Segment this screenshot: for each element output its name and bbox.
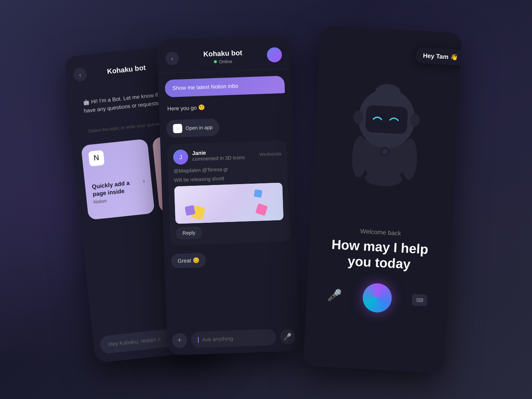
keyboard-icon[interactable]: ⌨ [412,294,427,306]
left-card-title: Kohaku bot [86,62,167,78]
robot-area: Hey Tam 👋 [311,26,462,224]
notif-header: J Janie commented in 3D Icons Wednesda [173,146,281,165]
user-bubble: Show me latest Notion inbo [165,76,285,97]
notif-time: Wednesda [259,151,281,157]
input-cursor [198,337,199,342]
notif-image-inner [174,183,283,224]
notion-icon-small: N [173,124,182,133]
left-back-button[interactable]: ‹ [73,67,87,82]
middle-back-button[interactable]: ‹ [165,52,179,65]
notif-avatar: J [173,150,188,165]
online-dot [214,60,217,63]
middle-header-center: Kohaku bot Online [179,48,267,65]
bot-bubble: Here you go 🤨 [165,98,286,115]
middle-card: ‹ Kohaku bot Online Show me latest Notio… [157,35,300,356]
robot-svg [337,56,435,194]
middle-mic-button[interactable]: 🎤 [280,329,295,344]
hey-tam-bubble: Hey Tam 👋 [416,47,462,66]
notification-card: J Janie commented in 3D Icons Wednesda @… [167,140,290,246]
notif-image [174,183,283,224]
mic-icon-large[interactable]: 🎤 [327,288,342,303]
reply-button[interactable]: Reply [176,226,202,239]
welcome-section: Welcome back How may I helpyou today 🎤 ⌨ [305,217,452,328]
orb[interactable] [362,283,392,313]
cards-container: ‹ Kohaku bot 🤖 Hi! I'm a Bot. Let me kno… [79,29,453,370]
notif-body: Will be releasing shortl [174,174,282,183]
middle-chat-area: Show me latest Notion inbo Here you go 🤨… [158,69,298,276]
right-card: Hey Tam 👋 Welcome back How may I helpyou… [303,26,462,374]
svg-rect-3 [365,105,408,134]
middle-input-field[interactable]: Ask anything [191,329,276,348]
middle-avatar [267,47,282,62]
middle-input-row: + Ask anything 🎤 [172,328,295,349]
open-in-app-button[interactable]: N Open in app [166,118,220,138]
notion-icon: N [88,150,105,166]
topic-notion[interactable]: N Quickly add a page inside › Notion [81,138,155,220]
great-bubble: Great 😊 [171,253,206,268]
topic-notion-arrow: › [143,177,145,184]
main-heading: How may I helpyou today [320,236,438,274]
bottom-row: 🎤 ⌨ [318,280,436,315]
plus-button[interactable]: + [172,332,187,348]
middle-card-header: ‹ Kohaku bot Online [157,35,291,74]
notif-mentions: @Magdalen @Teresa gr [174,165,282,174]
